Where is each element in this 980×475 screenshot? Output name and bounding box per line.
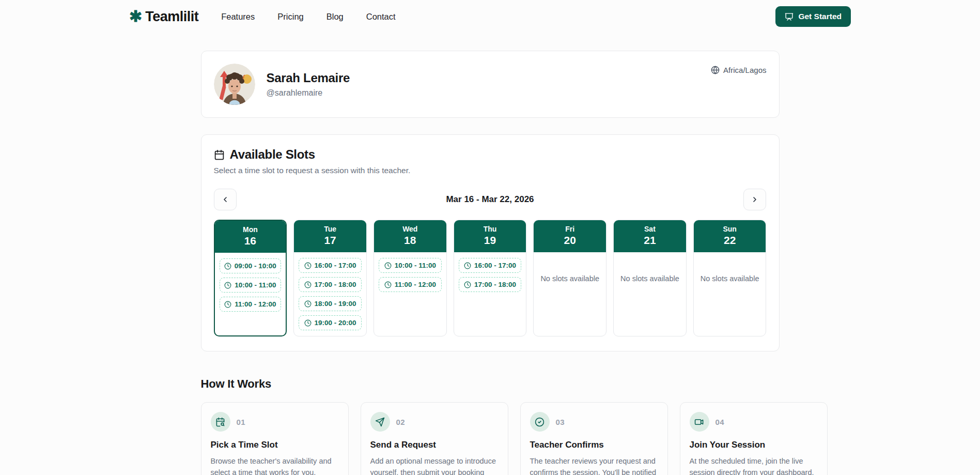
video-camera-icon xyxy=(690,412,709,432)
slot-time-label: 16:00 - 17:00 xyxy=(315,262,356,269)
chevron-right-icon xyxy=(751,195,759,204)
day-column-sat: Sat 21 No slots available xyxy=(613,220,687,336)
time-slot-button[interactable]: 16:00 - 17:00 xyxy=(459,258,522,273)
time-slot-button[interactable]: 11:00 - 12:00 xyxy=(379,277,442,292)
how-it-works-title: How It Works xyxy=(201,377,780,391)
calendar-search-icon xyxy=(211,412,230,432)
time-slot-button[interactable]: 11:00 - 12:00 xyxy=(220,297,282,312)
step-card-join-your-session: 04 Join Your Session At the scheduled ti… xyxy=(680,402,828,475)
slot-time-label: 19:00 - 20:00 xyxy=(315,319,356,327)
day-header-fri[interactable]: Fri 20 xyxy=(534,220,606,252)
circle-check-icon xyxy=(530,412,550,432)
week-range-label: Mar 16 - Mar 22, 2026 xyxy=(446,194,534,205)
time-slot-button[interactable]: 10:00 - 11:00 xyxy=(220,278,282,293)
nav-link-contact[interactable]: Contact xyxy=(366,12,396,22)
nav-link-features[interactable]: Features xyxy=(221,12,255,22)
clock-icon xyxy=(384,262,392,269)
slot-time-label: 17:00 - 18:00 xyxy=(315,281,356,288)
day-date: 18 xyxy=(374,234,446,247)
send-icon xyxy=(370,412,390,432)
get-started-button[interactable]: Get Started xyxy=(775,6,851,27)
day-header-tue[interactable]: Tue 17 xyxy=(294,220,366,252)
day-header-sat[interactable]: Sat 21 xyxy=(614,220,686,252)
day-column-fri: Fri 20 No slots available xyxy=(533,220,606,336)
teacher-name: Sarah Lemaire xyxy=(267,71,350,85)
clock-icon xyxy=(304,281,312,288)
day-name: Thu xyxy=(454,225,526,233)
day-date: 17 xyxy=(294,234,366,247)
step-title: Pick a Time Slot xyxy=(211,440,339,450)
day-header-thu[interactable]: Thu 19 xyxy=(454,220,526,252)
day-name: Sat xyxy=(614,225,686,233)
timezone-badge: Africa/Lagos xyxy=(711,66,766,74)
time-slot-button[interactable]: 17:00 - 18:00 xyxy=(459,277,522,292)
step-card-teacher-confirms: 03 Teacher Confirms The teacher reviews … xyxy=(520,402,668,475)
get-started-label: Get Started xyxy=(798,12,842,21)
slot-time-label: 09:00 - 10:00 xyxy=(235,262,276,270)
slot-time-label: 11:00 - 12:00 xyxy=(395,281,436,288)
day-name: Mon xyxy=(215,225,286,234)
previous-week-button[interactable] xyxy=(214,189,237,210)
teacher-profile-card: Sarah Lemaire @sarahlemaire Africa/Lagos xyxy=(201,51,780,118)
clock-icon xyxy=(224,282,231,289)
calendar-icon xyxy=(214,149,225,160)
day-name: Fri xyxy=(534,225,606,233)
step-description: Browse the teacher's availability and se… xyxy=(211,455,339,475)
step-number: 01 xyxy=(237,418,246,426)
step-description: Add an optional message to introduce you… xyxy=(370,455,499,475)
slot-time-label: 18:00 - 19:00 xyxy=(315,300,356,308)
asterisk-logo-icon: ✱ xyxy=(129,9,142,24)
day-column-tue: Tue 17 16:00 - 17:00 17:00 - 18:00 18:00… xyxy=(293,220,367,336)
day-date: 20 xyxy=(534,234,606,247)
no-slots-label: No slots available xyxy=(618,262,681,283)
nav-link-blog[interactable]: Blog xyxy=(326,12,344,22)
chevron-left-icon xyxy=(221,195,229,204)
time-slot-button[interactable]: 19:00 - 20:00 xyxy=(299,315,362,330)
no-slots-label: No slots available xyxy=(538,262,601,283)
step-title: Send a Request xyxy=(370,440,499,450)
day-column-wed: Wed 18 10:00 - 11:00 11:00 - 12:00 No sl… xyxy=(374,220,447,336)
timezone-label: Africa/Lagos xyxy=(723,66,766,74)
day-date: 16 xyxy=(215,235,286,247)
clock-icon xyxy=(304,300,312,308)
step-number: 03 xyxy=(556,418,565,426)
top-navbar: ✱ Teamlilit Features Pricing Blog Contac… xyxy=(0,0,980,33)
day-date: 19 xyxy=(454,234,526,247)
time-slot-button[interactable]: 10:00 - 11:00 xyxy=(379,258,442,273)
time-slot-button[interactable]: 17:00 - 18:00 xyxy=(299,277,362,292)
day-column-thu: Thu 19 16:00 - 17:00 17:00 - 18:00 No sl… xyxy=(454,220,527,336)
step-card-pick-a-time-slot: 01 Pick a Time Slot Browse the teacher's… xyxy=(201,402,349,475)
slot-list: 10:00 - 11:00 11:00 - 12:00 xyxy=(379,258,442,292)
day-header-wed[interactable]: Wed 18 xyxy=(374,220,446,252)
slot-list: 09:00 - 10:00 10:00 - 11:00 11:00 - 12:0… xyxy=(220,258,282,312)
day-date: 22 xyxy=(694,234,766,247)
day-name: Sun xyxy=(694,225,766,233)
day-date: 21 xyxy=(614,234,686,247)
clock-icon xyxy=(304,319,312,327)
day-name: Tue xyxy=(294,225,366,233)
brand-logo[interactable]: ✱ Teamlilit xyxy=(129,9,198,25)
slots-subtitle: Select a time slot to request a session … xyxy=(214,166,767,175)
how-it-works-grid: 01 Pick a Time Slot Browse the teacher's… xyxy=(201,402,780,475)
slot-time-label: 10:00 - 11:00 xyxy=(235,281,276,289)
step-title: Join Your Session xyxy=(690,440,818,450)
clock-icon xyxy=(224,301,231,308)
day-header-mon[interactable]: Mon 16 xyxy=(215,221,286,253)
time-slot-button[interactable]: 18:00 - 19:00 xyxy=(299,296,362,311)
step-title: Teacher Confirms xyxy=(530,440,658,450)
teacher-handle: @sarahlemaire xyxy=(267,88,350,98)
day-column-mon: Mon 16 09:00 - 10:00 10:00 - 11:00 11:00… xyxy=(214,220,287,336)
nav-link-pricing[interactable]: Pricing xyxy=(277,12,303,22)
available-slots-card: Available Slots Select a time slot to re… xyxy=(201,134,780,351)
time-slot-button[interactable]: 16:00 - 17:00 xyxy=(299,258,362,273)
presentation-icon xyxy=(785,12,794,21)
next-week-button[interactable] xyxy=(743,189,766,210)
slot-list: 16:00 - 17:00 17:00 - 18:00 xyxy=(459,258,522,292)
time-slot-button[interactable]: 09:00 - 10:00 xyxy=(220,258,282,273)
slot-list: 16:00 - 17:00 17:00 - 18:00 18:00 - 19:0… xyxy=(299,258,362,330)
day-name: Wed xyxy=(374,225,446,233)
slot-time-label: 10:00 - 11:00 xyxy=(395,262,436,269)
day-header-sun[interactable]: Sun 22 xyxy=(694,220,766,252)
step-card-send-a-request: 02 Send a Request Add an optional messag… xyxy=(361,402,508,475)
step-description: At the scheduled time, join the live ses… xyxy=(690,455,818,475)
